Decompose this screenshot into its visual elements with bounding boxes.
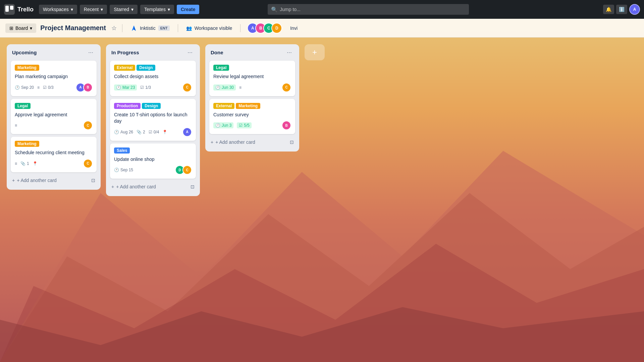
workspace-name: Inktistic [140, 25, 156, 31]
list-in-progress: In Progress ··· External Design Collect … [106, 44, 200, 196]
card-meta: ≡ 📎 1 📍 [15, 161, 38, 166]
label-sales: Sales [114, 147, 130, 154]
starred-button[interactable]: Starred ▾ [110, 5, 138, 14]
list-menu-button-upcoming[interactable]: ··· [86, 48, 95, 57]
checklist-icon: ☑ [140, 85, 144, 90]
card-title: Update online shop [114, 156, 192, 163]
template-icon: ⊡ [191, 184, 195, 189]
checklist-icon: ☑ [149, 130, 152, 134]
card-labels: Sales [114, 147, 192, 154]
chevron-down-icon: ▾ [131, 7, 133, 12]
card-approve-legal[interactable]: Legal Approve legal agreement ≡ C [11, 99, 97, 134]
workspace-button[interactable]: Inktistic ENT [126, 23, 174, 34]
search-icon: 🔍 [271, 6, 278, 13]
atlassian-icon [130, 25, 137, 32]
paperclip-icon: 📎 [137, 130, 142, 134]
card-title: Schedule recurring client meeting [15, 149, 93, 156]
templates-button[interactable]: Templates ▾ [140, 5, 174, 14]
card-avatar-3: C [83, 159, 93, 168]
divider-2 [178, 24, 178, 32]
add-card-label: + Add another card [17, 178, 57, 183]
top-nav: Trello Workspaces ▾ Recent ▾ Starred ▾ T… [0, 0, 644, 19]
card-avatar-2: B [282, 121, 291, 130]
card-avatar-2: B [83, 83, 93, 92]
notifications-button[interactable]: 🔔 [603, 5, 614, 14]
label-marketing: Marketing [15, 65, 39, 71]
label-design: Design [142, 103, 161, 109]
card-labels: Legal [213, 65, 291, 71]
chevron-down-icon: ▾ [71, 7, 73, 12]
chevron-down-icon: ▾ [101, 7, 103, 12]
workspaces-label: Workspaces [43, 7, 69, 12]
trello-icon [4, 4, 15, 15]
add-card-label: + Add another card [116, 184, 156, 189]
label-external: External [213, 103, 234, 109]
info-button[interactable]: ℹ️ [616, 5, 627, 14]
card-footer: 🕐 Aug 26 📎 2 ☑ 0/4 📍 [114, 127, 192, 137]
card-footer: ≡ 📎 1 📍 C [15, 159, 93, 168]
card-title: Customer survey [213, 112, 291, 118]
date-value: Mar 23 [122, 85, 135, 90]
card-collect-design[interactable]: External Design Collect design assets 🕐 … [110, 61, 196, 96]
card-footer: 🕐 Jun 3 ☑ 5/5 B [213, 121, 291, 130]
star-button[interactable]: ☆ [110, 23, 118, 33]
workspace-visible-label: Workspace visible [195, 25, 232, 31]
card-meta: 🕐 Sep 15 [114, 168, 133, 172]
card-review-legal[interactable]: Legal Review legal agreement 🕐 Jun 30 ≡ … [209, 61, 295, 96]
add-card-button-in-progress[interactable]: + + Add another card ⊡ [110, 181, 196, 192]
card-avatars: C [184, 83, 192, 92]
card-labels: Production Design [114, 103, 192, 109]
workspace-visible-button[interactable]: 👥 Workspace visible [182, 23, 236, 33]
date-value: Jun 30 [222, 85, 234, 90]
checklist-value: 0/4 [154, 130, 159, 134]
card-schedule-meeting[interactable]: Marketing Schedule recurring client meet… [11, 137, 97, 172]
card-customer-survey[interactable]: External Marketing Customer survey 🕐 Jun… [209, 99, 295, 134]
card-create-tshirt[interactable]: Production Design Create 10 T-shirt opti… [110, 99, 196, 141]
checklist-value: 5/5 [244, 123, 250, 128]
add-card-button-upcoming[interactable]: + + Add another card ⊡ [11, 175, 97, 186]
pin-icon: 📍 [33, 161, 38, 166]
card-avatars: A B [78, 83, 93, 92]
checklist-value: 1/3 [145, 85, 151, 90]
people-icon: 👥 [186, 25, 192, 31]
meta-lines: ≡ [37, 85, 40, 90]
invite-button[interactable]: Invi [286, 23, 302, 33]
meta-lines: ≡ [15, 123, 17, 128]
list-header-upcoming: Upcoming ··· [11, 48, 97, 58]
card-footer: 🕐 Sep 20 ≡ ☑ 0/3 A B [15, 83, 93, 92]
card-avatars: C [284, 83, 291, 92]
trello-logo-text: Trello [17, 6, 34, 13]
card-avatars: C [85, 121, 93, 130]
card-plan-marketing[interactable]: Marketing Plan marketing campaign 🕐 Sep … [11, 61, 97, 96]
workspaces-button[interactable]: Workspaces ▾ [39, 5, 77, 14]
recent-button[interactable]: Recent ▾ [80, 5, 107, 14]
card-title: Collect design assets [114, 73, 192, 80]
attachment-value: 2 [143, 130, 145, 134]
lines-icon: ≡ [15, 161, 17, 166]
divider [122, 24, 122, 32]
add-list-button[interactable]: + [305, 44, 325, 60]
card-update-shop[interactable]: Sales Update online shop 🕐 Sep 15 D C [110, 143, 196, 179]
board-view-button[interactable]: ⊞ Board ▾ [5, 23, 36, 33]
create-button[interactable]: Create [177, 5, 200, 14]
user-avatar[interactable]: A [629, 4, 640, 15]
add-card-button-done[interactable]: + + Add another card ⊡ [209, 137, 295, 147]
template-icon: ⊡ [290, 139, 294, 145]
meta-lines: ≡ [239, 85, 241, 90]
member-avatar-4[interactable]: D [271, 23, 282, 34]
card-meta: 🕐 Sep 20 ≡ ☑ 0/3 [15, 85, 54, 90]
meta-date: 🕐 Sep 15 [114, 168, 133, 172]
meta-date-green: 🕐 Jun 3 [213, 122, 233, 128]
search-bar: 🔍 [268, 4, 469, 15]
card-avatar-3: C [83, 121, 93, 130]
meta-attachment: 📎 1 [20, 161, 29, 166]
board-grid-icon: ⊞ [9, 25, 13, 31]
card-meta: 🕐 Aug 26 📎 2 ☑ 0/4 📍 [114, 130, 167, 134]
label-legal: Legal [15, 103, 31, 109]
search-input[interactable] [268, 4, 469, 15]
list-menu-button-done[interactable]: ··· [285, 48, 294, 57]
meta-lines: ≡ [15, 161, 17, 166]
card-avatars: B [284, 121, 291, 130]
list-menu-button-in-progress[interactable]: ··· [185, 48, 195, 57]
label-production: Production [114, 103, 141, 109]
